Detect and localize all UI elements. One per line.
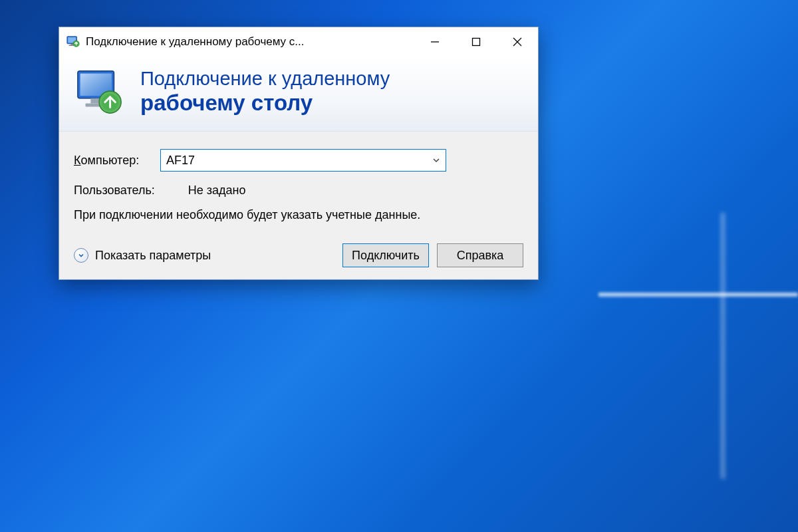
close-button[interactable]	[497, 27, 538, 57]
chevron-down-icon[interactable]	[432, 156, 440, 164]
computer-combobox[interactable]	[160, 149, 446, 172]
banner-title-line1: Подключение к удаленному	[140, 68, 390, 90]
show-options-label: Показать параметры	[95, 249, 211, 263]
content-area: Компьютер: Пользователь: Не задано При п…	[59, 132, 538, 279]
connect-button[interactable]: Подключить	[342, 243, 429, 267]
banner: Подключение к удаленному рабочему столу	[59, 57, 538, 132]
rdp-app-icon	[66, 35, 80, 49]
minimize-button[interactable]	[414, 27, 456, 57]
chevron-down-circle-icon	[74, 248, 88, 263]
maximize-button[interactable]	[456, 27, 497, 57]
rdp-dialog: Подключение к удаленному рабочему с...	[59, 27, 539, 280]
computer-label: Компьютер:	[74, 154, 160, 168]
credentials-hint: При подключении необходимо будет указать…	[74, 207, 446, 223]
window-title: Подключение к удаленному рабочему с...	[86, 35, 414, 49]
help-button[interactable]: Справка	[437, 243, 523, 267]
desktop-background: Подключение к удаленному рабочему с...	[0, 0, 798, 532]
computer-input[interactable]	[166, 154, 432, 168]
window-controls	[414, 27, 538, 57]
user-value: Не задано	[188, 184, 246, 198]
banner-title-line2: рабочему столу	[140, 90, 390, 116]
user-label: Пользователь:	[74, 184, 155, 198]
computer-row: Компьютер:	[74, 149, 523, 172]
titlebar[interactable]: Подключение к удаленному рабочему с...	[59, 27, 538, 57]
footer: Показать параметры Подключить Справка	[74, 243, 523, 267]
rdp-banner-icon	[74, 66, 126, 118]
banner-text: Подключение к удаленному рабочему столу	[140, 68, 390, 115]
user-row: Пользователь: Не задано	[74, 184, 523, 198]
svg-rect-6	[473, 39, 480, 46]
svg-rect-2	[70, 44, 73, 45]
show-options-toggle[interactable]: Показать параметры	[74, 248, 211, 263]
